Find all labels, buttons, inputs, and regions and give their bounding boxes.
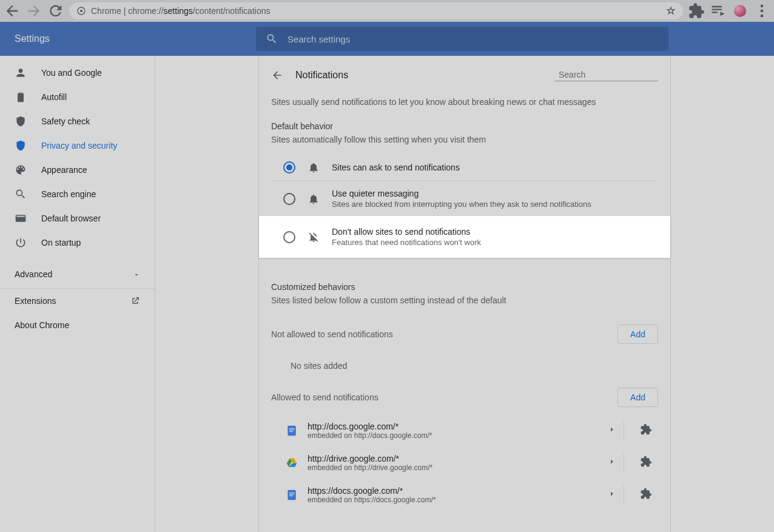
allowed-site-row[interactable]: https://docs.google.com/* embedded on ht… bbox=[259, 479, 670, 511]
site-embedded-text: embedded on http://docs.google.com/* bbox=[308, 431, 590, 440]
palette-icon bbox=[15, 164, 27, 176]
page-description: Sites usually send notifications to let … bbox=[259, 95, 670, 121]
radio-sites-can-ask[interactable]: Sites can ask to send notifications bbox=[271, 154, 658, 181]
svg-rect-7 bbox=[289, 429, 294, 430]
add-allowed-button[interactable]: Add bbox=[618, 388, 658, 407]
radio-button[interactable] bbox=[283, 161, 295, 173]
page-header: Notifications bbox=[259, 56, 670, 95]
settings-search[interactable] bbox=[256, 27, 668, 51]
settings-title: Settings bbox=[15, 33, 50, 44]
drive-favicon-icon bbox=[286, 457, 298, 469]
svg-rect-8 bbox=[289, 431, 293, 431]
extension-puzzle-icon[interactable] bbox=[634, 456, 658, 470]
url-text: Chrome | chrome://settings/content/notif… bbox=[91, 6, 270, 16]
svg-rect-10 bbox=[289, 492, 294, 493]
sidebar-extensions[interactable]: Extensions bbox=[0, 289, 155, 313]
extensions-puzzle-icon[interactable] bbox=[688, 2, 705, 19]
site-embedded-text: embedded on https://docs.google.com/* bbox=[308, 496, 590, 504]
chevron-down-icon bbox=[133, 271, 140, 278]
browser-icon bbox=[15, 212, 27, 224]
radio-label: Use quieter messaging bbox=[332, 189, 591, 198]
allowed-site-row[interactable]: http://docs.google.com/* embedded on htt… bbox=[259, 414, 670, 446]
radio-label: Sites can ask to send notifications bbox=[332, 163, 460, 172]
svg-rect-11 bbox=[289, 494, 294, 494]
svg-point-4 bbox=[761, 15, 764, 18]
profile-avatar[interactable] bbox=[732, 2, 749, 19]
back-icon[interactable] bbox=[4, 2, 21, 19]
clipboard-icon bbox=[15, 91, 27, 103]
sidebar-advanced-label: Advanced bbox=[15, 269, 52, 279]
power-icon bbox=[15, 237, 27, 249]
overflow-menu-icon[interactable] bbox=[753, 2, 770, 19]
search-icon bbox=[266, 33, 278, 45]
sidebar-item-label: Autofill bbox=[41, 92, 67, 102]
settings-header: Settings bbox=[0, 22, 774, 56]
customized-behaviors-title: Customized behaviors bbox=[259, 275, 670, 295]
media-control-icon[interactable] bbox=[710, 2, 727, 19]
default-behavior-title: Default behavior bbox=[259, 121, 670, 135]
sidebar-item-search-engine[interactable]: Search engine bbox=[0, 182, 155, 206]
chevron-right-icon[interactable] bbox=[600, 420, 624, 440]
settings-sidebar: You and Google Autofill Safety check Pri… bbox=[0, 56, 155, 532]
sidebar-item-you-and-google[interactable]: You and Google bbox=[0, 61, 155, 85]
svg-point-3 bbox=[761, 10, 764, 13]
radio-label: Don't allow sites to send notifications bbox=[332, 227, 481, 237]
svg-rect-9 bbox=[288, 490, 295, 500]
shield-check-icon bbox=[15, 115, 27, 127]
svg-point-2 bbox=[761, 5, 764, 8]
chevron-right-icon[interactable] bbox=[600, 485, 624, 505]
sidebar-item-label: Safety check bbox=[41, 116, 90, 126]
svg-rect-12 bbox=[289, 495, 293, 496]
svg-rect-6 bbox=[289, 428, 294, 428]
back-arrow-icon[interactable] bbox=[271, 69, 283, 81]
sidebar-item-on-startup[interactable]: On startup bbox=[0, 231, 155, 255]
sidebar-item-appearance[interactable]: Appearance bbox=[0, 158, 155, 182]
bell-icon bbox=[308, 161, 320, 173]
radio-button[interactable] bbox=[283, 231, 295, 243]
bell-icon bbox=[308, 193, 320, 205]
sidebar-item-default-browser[interactable]: Default browser bbox=[0, 206, 155, 231]
chevron-right-icon[interactable] bbox=[600, 453, 624, 473]
site-url: http://docs.google.com/* bbox=[308, 422, 590, 431]
docs-favicon-icon bbox=[286, 425, 298, 437]
address-bar[interactable]: Chrome | chrome://settings/content/notif… bbox=[69, 2, 683, 19]
page-search-input[interactable] bbox=[559, 70, 665, 79]
docs-favicon-icon bbox=[286, 489, 298, 501]
person-icon bbox=[15, 67, 27, 79]
allowed-site-row[interactable]: http://drive.google.com/* embedded on ht… bbox=[259, 446, 670, 479]
radio-sublabel: Features that need notifications won't w… bbox=[332, 238, 481, 247]
open-in-new-icon bbox=[130, 296, 140, 306]
site-embedded-text: embedded on http://drive.google.com/* bbox=[308, 463, 590, 472]
content-area: Notifications Sites usually send notific… bbox=[155, 56, 774, 532]
forward-icon[interactable] bbox=[25, 2, 42, 19]
sidebar-item-label: Privacy and security bbox=[41, 141, 117, 150]
page-search[interactable] bbox=[555, 70, 658, 81]
chrome-icon bbox=[76, 6, 86, 16]
add-not-allowed-button[interactable]: Add bbox=[618, 325, 658, 344]
default-behavior-subtitle: Sites automatically follow this setting … bbox=[259, 135, 670, 154]
svg-point-1 bbox=[80, 10, 82, 12]
sidebar-item-autofill[interactable]: Autofill bbox=[0, 85, 155, 109]
sidebar-item-label: Appearance bbox=[41, 165, 87, 175]
radio-quieter-messaging[interactable]: Use quieter messagingSites are blocked f… bbox=[271, 181, 658, 216]
page-title: Notifications bbox=[295, 70, 348, 81]
settings-search-input[interactable] bbox=[288, 34, 659, 44]
allowed-label: Allowed to send notifications bbox=[271, 392, 379, 402]
sidebar-advanced[interactable]: Advanced bbox=[0, 260, 155, 289]
reload-icon[interactable] bbox=[47, 2, 64, 19]
sidebar-item-safety-check[interactable]: Safety check bbox=[0, 109, 155, 133]
sidebar-about-label: About Chrome bbox=[15, 320, 69, 330]
extension-puzzle-icon[interactable] bbox=[634, 488, 658, 502]
no-sites-text: No sites added bbox=[259, 351, 670, 380]
sidebar-item-label: You and Google bbox=[41, 68, 102, 78]
sidebar-item-privacy-security[interactable]: Privacy and security bbox=[0, 133, 155, 158]
radio-dont-allow[interactable]: Don't allow sites to send notificationsF… bbox=[259, 216, 670, 258]
sidebar-item-label: On startup bbox=[41, 238, 81, 247]
extension-puzzle-icon[interactable] bbox=[634, 423, 658, 437]
sidebar-about[interactable]: About Chrome bbox=[0, 313, 155, 337]
sidebar-item-label: Search engine bbox=[41, 189, 96, 199]
radio-button[interactable] bbox=[283, 193, 295, 205]
shield-icon bbox=[15, 140, 27, 152]
bookmark-star-icon[interactable] bbox=[666, 6, 676, 16]
sidebar-extensions-label: Extensions bbox=[15, 296, 56, 306]
